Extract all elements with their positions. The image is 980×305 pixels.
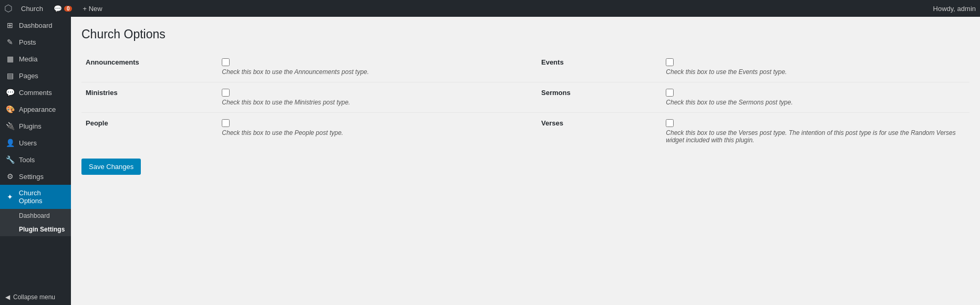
main-content: Church Options Announcements Check this … (71, 17, 980, 305)
media-icon: ▦ (5, 55, 15, 63)
sidebar-item-appearance[interactable]: 🎨 Appearance (0, 101, 71, 118)
collapse-icon: ◀ (5, 293, 10, 301)
option-left-description: Check this box to use the People post ty… (222, 129, 521, 136)
save-changes-button[interactable]: Save Changes (81, 159, 141, 175)
tools-icon: 🔧 (5, 155, 15, 164)
admin-bar-comments[interactable]: 💬 0 (49, 0, 77, 17)
dashboard-icon: ⊞ (5, 21, 15, 29)
option-left-control: Check this box to use the Ministries pos… (218, 82, 525, 113)
sidebar-item-tools[interactable]: 🔧 Tools (0, 151, 71, 168)
admin-bar-site-link[interactable]: Church (17, 0, 47, 17)
option-right-description: Check this box to use the Verses post ty… (666, 129, 965, 144)
table-row: People Check this box to use the People … (81, 113, 969, 151)
sidebar-label-comments: Comments (19, 89, 52, 97)
checkbox-announcements[interactable] (222, 58, 230, 66)
option-right-description: Check this box to use the Sermons post t… (666, 99, 965, 106)
posts-icon: ✎ (5, 38, 15, 46)
sidebar-submenu: Dashboard Plugin Settings (0, 209, 71, 236)
checkbox-events[interactable] (666, 58, 674, 66)
sidebar-item-comments[interactable]: 💬 Comments (0, 84, 71, 101)
collapse-label: Collapse menu (13, 293, 55, 301)
sidebar-item-media[interactable]: ▦ Media (0, 50, 71, 67)
sidebar-item-church-options[interactable]: ✦ Church Options (0, 185, 71, 209)
sidebar-item-dashboard[interactable]: ⊞ Dashboard (0, 17, 71, 34)
sub-item-plugin-settings[interactable]: Plugin Settings (0, 223, 71, 236)
sidebar-item-pages[interactable]: ▤ Pages (0, 67, 71, 84)
settings-icon: ⚙ (5, 172, 15, 181)
pages-icon: ▤ (5, 71, 15, 80)
sidebar-label-church-options: Church Options (19, 189, 66, 205)
admin-bar: ⬡ Church 💬 0 + New Howdy, admin (0, 0, 980, 17)
sidebar-label-tools: Tools (19, 156, 35, 164)
option-right-label: Verses (525, 113, 662, 151)
checkbox-sermons[interactable] (666, 89, 674, 97)
option-right-control: Check this box to use the Events post ty… (662, 52, 969, 82)
sidebar-label-appearance: Appearance (19, 106, 56, 113)
checkbox-verses[interactable] (666, 119, 674, 127)
option-right-description: Check this box to use the Events post ty… (666, 68, 965, 76)
page-title: Church Options (81, 27, 969, 41)
sidebar-label-posts: Posts (19, 38, 36, 46)
option-left-description: Check this box to use the Ministries pos… (222, 99, 521, 106)
checkbox-ministries[interactable] (222, 89, 230, 97)
option-right-control: Check this box to use the Sermons post t… (662, 82, 969, 113)
sidebar-label-plugins: Plugins (19, 122, 42, 130)
admin-bar-new[interactable]: + New (78, 0, 106, 17)
sidebar: ⊞ Dashboard ✎ Posts ▦ Media ▤ Pages 💬 Co… (0, 17, 71, 305)
sidebar-label-users: Users (19, 139, 37, 147)
table-row: Ministries Check this box to use the Min… (81, 82, 969, 113)
sidebar-item-users[interactable]: 👤 Users (0, 134, 71, 151)
appearance-icon: 🎨 (5, 105, 15, 113)
option-right-label: Events (525, 52, 662, 82)
sidebar-label-dashboard: Dashboard (19, 22, 53, 29)
wp-logo-icon[interactable]: ⬡ (4, 3, 13, 14)
comments-icon: 💬 (5, 88, 15, 97)
option-left-description: Check this box to use the Announcements … (222, 68, 521, 76)
option-left-control: Check this box to use the People post ty… (218, 113, 525, 151)
sub-item-dashboard[interactable]: Dashboard (0, 209, 71, 223)
sidebar-item-posts[interactable]: ✎ Posts (0, 34, 71, 50)
comments-icon: 💬 (54, 5, 62, 13)
sidebar-item-settings[interactable]: ⚙ Settings (0, 168, 71, 185)
option-left-control: Check this box to use the Announcements … (218, 52, 525, 82)
options-table: Announcements Check this box to use the … (81, 52, 969, 150)
sidebar-label-media: Media (19, 55, 37, 63)
users-icon: 👤 (5, 139, 15, 147)
sidebar-label-settings: Settings (19, 173, 44, 181)
option-right-label: Sermons (525, 82, 662, 113)
comments-count: 0 (64, 6, 73, 12)
option-right-control: Check this box to use the Verses post ty… (662, 113, 969, 151)
option-left-label: Ministries (81, 82, 218, 113)
sidebar-label-pages: Pages (19, 72, 38, 80)
table-row: Announcements Check this box to use the … (81, 52, 969, 82)
option-left-label: People (81, 113, 218, 151)
plugins-icon: 🔌 (5, 122, 15, 130)
checkbox-people[interactable] (222, 119, 230, 127)
admin-bar-greeting: Howdy, admin (933, 5, 976, 13)
collapse-menu-button[interactable]: ◀ Collapse menu (0, 289, 71, 305)
sidebar-item-plugins[interactable]: 🔌 Plugins (0, 118, 71, 134)
option-left-label: Announcements (81, 52, 218, 82)
church-options-icon: ✦ (5, 193, 15, 201)
